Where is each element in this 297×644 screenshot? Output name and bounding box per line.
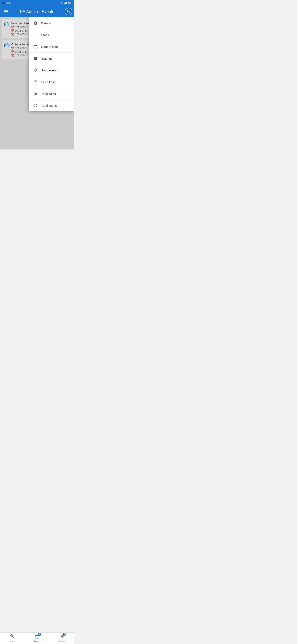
details-icon bbox=[33, 21, 38, 26]
menu-button[interactable] bbox=[2, 8, 10, 16]
status-time: 3:25 bbox=[6, 2, 10, 4]
status-dot bbox=[2, 2, 4, 4]
date-of-sale-icon bbox=[33, 44, 38, 49]
menu-item-date-of-sale[interactable]: Date of sale bbox=[29, 41, 74, 53]
app-bar: FE Admin - Events Fa bbox=[0, 6, 74, 17]
menu-label-total-scans: Total scans bbox=[41, 104, 57, 107]
menu-label-date-of-sale: Date of sale bbox=[41, 45, 58, 48]
menu-item-settings[interactable]: Settings bbox=[29, 53, 74, 64]
scan-keys-icon bbox=[33, 80, 38, 84]
svg-rect-5 bbox=[68, 2, 70, 3]
svg-rect-1 bbox=[65, 3, 65, 4]
menu-label-total-sales: Total sales bbox=[41, 92, 56, 96]
menu-item-stock[interactable]: Stock bbox=[29, 29, 74, 41]
menu-item-details[interactable]: Details bbox=[29, 17, 74, 29]
app-bar-title: FE Admin - Events bbox=[10, 9, 64, 14]
menu-label-stock: Stock bbox=[41, 33, 49, 37]
settings-icon bbox=[33, 56, 38, 61]
status-bar-left: 3:25 bbox=[2, 2, 10, 4]
context-menu: Details Stock Date of sale bbox=[29, 17, 74, 111]
menu-item-total-sales[interactable]: Total sales bbox=[29, 88, 74, 100]
menu-item-total-scans[interactable]: Total scans bbox=[29, 100, 74, 111]
menu-label-sync-event: Sync event bbox=[41, 68, 56, 72]
status-bar-right bbox=[60, 2, 72, 4]
content-area: Mountain bike "Steep hill" 2... 📅 2023-0… bbox=[0, 17, 74, 150]
stock-icon bbox=[33, 32, 38, 37]
menu-item-scan-keys[interactable]: Scan keys bbox=[29, 76, 74, 88]
menu-label-settings: Settings bbox=[41, 57, 52, 60]
status-bar: 3:25 bbox=[0, 0, 74, 6]
menu-label-details: Details bbox=[41, 22, 51, 25]
total-scans-icon bbox=[33, 103, 38, 108]
svg-rect-2 bbox=[65, 2, 66, 4]
svg-rect-3 bbox=[66, 2, 67, 4]
avatar-button[interactable]: Fa bbox=[64, 8, 73, 16]
total-sales-icon bbox=[33, 91, 38, 96]
avatar: Fa bbox=[65, 8, 72, 15]
wifi-icon bbox=[60, 2, 63, 4]
signal-icon bbox=[64, 2, 67, 4]
menu-label-scan-keys: Scan keys bbox=[41, 80, 55, 84]
hamburger-icon bbox=[4, 10, 8, 13]
sync-event-icon bbox=[33, 68, 38, 73]
battery-icon bbox=[68, 2, 72, 4]
svg-rect-0 bbox=[64, 3, 64, 4]
menu-item-sync-event[interactable]: Sync event bbox=[29, 64, 74, 76]
